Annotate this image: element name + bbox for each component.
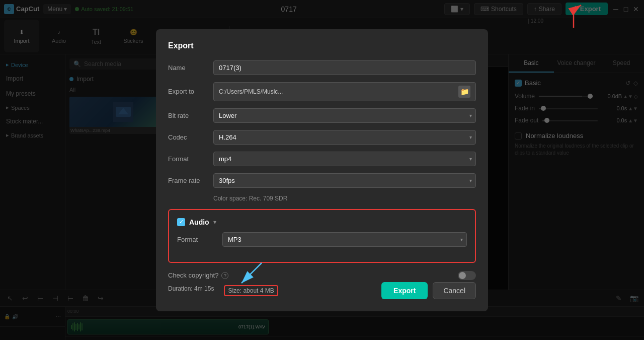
export-modal-title: Export <box>168 41 476 50</box>
bit-rate-row: Bit rate Lower Medium Higher ▾ <box>168 108 476 123</box>
duration-label: Duration: 4m 15s <box>168 285 214 296</box>
audio-section-title: Audio <box>189 218 209 226</box>
codec-row: Codec H.264 H.265 ▾ <box>168 130 476 145</box>
name-row: Name <box>168 60 476 75</box>
format-select[interactable]: mp4 mov <box>213 152 476 166</box>
export-button[interactable]: Export <box>381 282 428 299</box>
bit-rate-select[interactable]: Lower Medium Higher <box>213 108 476 123</box>
frame-rate-select-wrapper: 30fps 24fps 60fps ▾ <box>213 173 476 188</box>
audio-section-header: ✓ Audio ▾ <box>177 218 467 226</box>
bit-rate-select-wrapper: Lower Medium Higher ▾ <box>213 108 476 123</box>
export-modal: Export Name Export to C:/Users/PMLS/Musi… <box>156 29 488 311</box>
audio-format-select-wrapper: MP3 AAC WAV ▾ <box>222 232 467 247</box>
name-input[interactable] <box>213 60 476 75</box>
frame-rate-select[interactable]: 30fps 24fps 60fps <box>213 173 476 188</box>
format-label: Format <box>168 155 213 163</box>
codec-select-wrapper: H.264 H.265 ▾ <box>213 130 476 145</box>
modal-actions: Export Cancel <box>381 282 476 299</box>
copyright-row: Check copyright? ? <box>168 271 476 282</box>
copyright-text: Check copyright? <box>168 271 218 279</box>
bit-rate-label: Bit rate <box>168 112 213 119</box>
codec-select[interactable]: H.264 H.265 <box>213 130 476 145</box>
cancel-button[interactable]: Cancel <box>433 282 476 299</box>
export-to-row: Export to C:/Users/PMLS/Music... 📁 <box>168 82 476 101</box>
name-label: Name <box>168 64 213 72</box>
format-select-wrapper: mp4 mov ▾ <box>213 152 476 166</box>
export-modal-overlay: Export Name Export to C:/Users/PMLS/Musi… <box>0 0 644 340</box>
copyright-label: Check copyright? ? <box>168 271 228 279</box>
export-path-text: C:/Users/PMLS/Music... <box>219 88 283 95</box>
toggle-thumb <box>459 272 466 279</box>
copyright-toggle[interactable] <box>458 271 476 280</box>
audio-check-icon: ✓ <box>177 218 185 226</box>
audio-format-label: Format <box>177 236 222 243</box>
format-row: Format mp4 mov ▾ <box>168 152 476 166</box>
export-to-label: Export to <box>168 88 213 95</box>
codec-label: Codec <box>168 133 213 141</box>
modal-footer: Duration: 4m 15s Size: about 4 MB Export… <box>168 282 476 299</box>
export-path-display[interactable]: C:/Users/PMLS/Music... 📁 <box>213 82 476 101</box>
audio-section: ✓ Audio ▾ Format MP3 AAC WAV ▾ <box>168 209 476 263</box>
folder-icon[interactable]: 📁 <box>458 86 470 98</box>
audio-collapse-icon[interactable]: ▾ <box>213 219 216 226</box>
size-label: Size: about 4 MB <box>224 285 278 296</box>
modal-info: Duration: 4m 15s Size: about 4 MB <box>168 285 278 296</box>
frame-rate-label: Frame rate <box>168 177 213 184</box>
audio-format-select[interactable]: MP3 AAC WAV <box>222 232 467 247</box>
color-space-label: Color space: Rec. 709 SDR <box>213 195 476 202</box>
frame-rate-row: Frame rate 30fps 24fps 60fps ▾ <box>168 173 476 188</box>
red-arrow-top <box>543 0 584 30</box>
audio-format-row: Format MP3 AAC WAV ▾ <box>177 232 467 247</box>
info-icon[interactable]: ? <box>221 272 228 279</box>
